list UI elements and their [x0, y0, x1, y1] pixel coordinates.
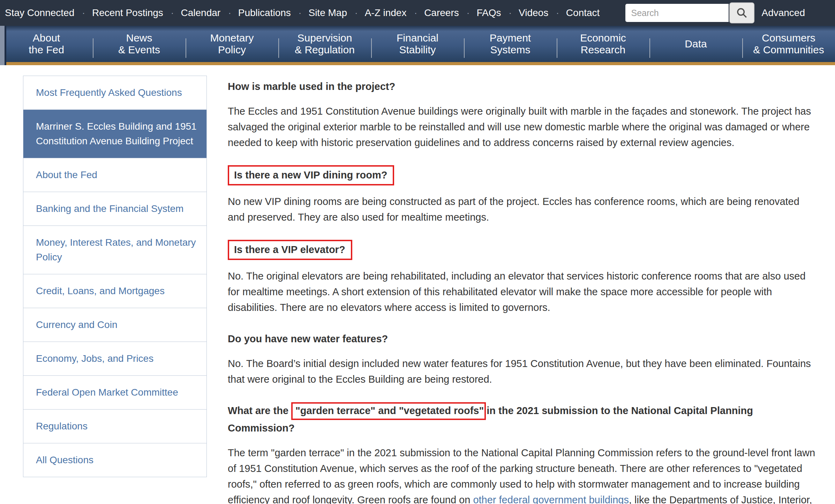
utility-link-site-map[interactable]: Site Map: [308, 7, 364, 18]
advanced-search-link[interactable]: Advanced: [761, 7, 805, 18]
utility-links: Stay Connected Recent Postings Calendar …: [5, 7, 600, 18]
utility-link-az-index[interactable]: A-Z index: [365, 7, 424, 18]
nav-item-monetary-policy[interactable]: MonetaryPolicy: [186, 26, 278, 62]
faq-question-marble: How is marble used in the project?: [228, 78, 817, 95]
search-button[interactable]: [729, 2, 754, 23]
utility-link-videos[interactable]: Videos: [519, 7, 566, 18]
sidebar-item-credit-loans-mortgages[interactable]: Credit, Loans, and Mortgages: [23, 274, 206, 308]
annotation-red-box-vip-dining: Is there a new VIP dining room?: [228, 165, 394, 185]
faq-sidebar: Most Frequently Asked Questions Marriner…: [23, 76, 207, 477]
faq-question-water-features: Do you have new water features?: [228, 330, 817, 348]
faq-question-vip-dining: Is there a new VIP dining room?: [228, 165, 817, 185]
faq-question-garden-terrace: What are the "garden terrace" and "veget…: [228, 402, 817, 437]
utility-link-faqs[interactable]: FAQs: [476, 7, 519, 18]
nav-item-financial-stability[interactable]: FinancialStability: [371, 26, 464, 62]
search-area: Advanced: [625, 2, 805, 23]
faq-answer-garden-terrace: The term "garden terrace" in the 2021 su…: [228, 445, 817, 504]
utility-link-contact[interactable]: Contact: [566, 7, 600, 18]
sidebar-item-banking-financial-system[interactable]: Banking and the Financial System: [23, 192, 206, 226]
sidebar-item-about-the-fed[interactable]: About the Fed: [23, 158, 206, 192]
utility-link-careers[interactable]: Careers: [424, 7, 476, 18]
utility-link-recent-postings[interactable]: Recent Postings: [92, 7, 181, 18]
search-input[interactable]: [625, 4, 729, 22]
sidebar-item-currency-and-coin[interactable]: Currency and Coin: [23, 308, 206, 342]
faq-answer-marble: The Eccles and 1951 Constitution Avenue …: [228, 104, 817, 151]
utility-link-stay-connected[interactable]: Stay Connected: [5, 7, 92, 18]
faq-answer-vip-dining: No new VIP dining rooms are being constr…: [228, 194, 817, 225]
sidebar-item-all-questions[interactable]: All Questions: [23, 443, 206, 477]
sidebar-item-most-faq[interactable]: Most Frequently Asked Questions: [23, 76, 206, 110]
faq-content: How is marble used in the project? The E…: [228, 76, 817, 504]
page-body: Most Frequently Asked Questions Marriner…: [0, 65, 835, 504]
nav-item-payment-systems[interactable]: PaymentSystems: [464, 26, 557, 62]
primary-nav: Aboutthe Fed News& Events MonetaryPolicy…: [0, 26, 835, 65]
top-utility-bar: Stay Connected Recent Postings Calendar …: [0, 0, 835, 26]
sidebar-item-regulations[interactable]: Regulations: [23, 410, 206, 443]
nav-item-news-events[interactable]: News& Events: [93, 26, 186, 62]
utility-link-calendar[interactable]: Calendar: [181, 7, 238, 18]
sidebar-item-money-interest-rates[interactable]: Money, Interest Rates, and Monetary Poli…: [23, 226, 206, 274]
sidebar-item-eccles-building-project[interactable]: Marriner S. Eccles Building and 1951 Con…: [23, 110, 206, 158]
nav-item-consumers-communities[interactable]: Consumers& Communities: [742, 26, 835, 62]
screen-edge-artifact: [0, 26, 5, 65]
nav-item-about-the-fed[interactable]: Aboutthe Fed: [0, 26, 93, 62]
faq-question-vip-elevator: Is there a VIP elevator?: [228, 240, 817, 260]
faq-answer-water-features: No. The Board’s initial design included …: [228, 356, 817, 387]
utility-link-publications[interactable]: Publications: [238, 7, 309, 18]
sidebar-item-fomc[interactable]: Federal Open Market Committee: [23, 376, 206, 410]
annotation-red-box-garden-terrace: "garden terrace" and "vegetated roofs": [291, 402, 486, 420]
nav-item-economic-research[interactable]: EconomicResearch: [557, 26, 649, 62]
federal-buildings-link[interactable]: other federal government buildings: [473, 494, 629, 504]
nav-item-data[interactable]: Data: [649, 26, 742, 62]
search-icon: [736, 7, 748, 19]
nav-item-supervision-regulation[interactable]: Supervision& Regulation: [278, 26, 371, 62]
faq-answer-vip-elevator: No. The original elevators are being reh…: [228, 268, 817, 315]
sidebar-item-economy-jobs-prices[interactable]: Economy, Jobs, and Prices: [23, 342, 206, 376]
annotation-red-box-vip-elevator: Is there a VIP elevator?: [228, 240, 352, 260]
